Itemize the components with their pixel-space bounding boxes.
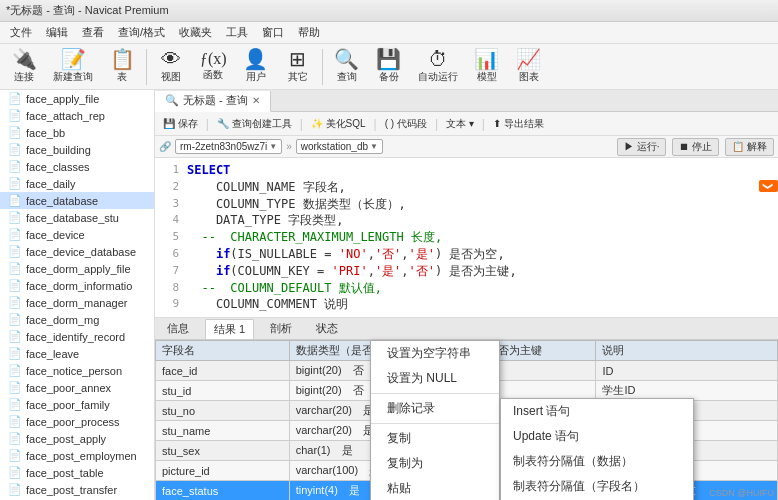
ctx-separator-2 bbox=[371, 423, 499, 424]
right-hint-tab[interactable]: ❯ bbox=[759, 180, 778, 192]
sidebar-item-poor-family[interactable]: 📄 face_poor_family bbox=[0, 396, 154, 413]
sql-editor[interactable]: 1 SELECT 2 COLUMN_NAME 字段名, 3 COLUMN_TYP… bbox=[155, 158, 778, 318]
connect-button[interactable]: 🔌 连接 bbox=[4, 46, 44, 87]
menu-query-format[interactable]: 查询/格式 bbox=[112, 23, 171, 42]
table-icon: 📋 bbox=[110, 49, 135, 69]
model-button[interactable]: 📊 模型 bbox=[467, 46, 507, 87]
view-label: 视图 bbox=[161, 70, 181, 84]
sidebar-item-poor-process[interactable]: 📄 face_poor_process bbox=[0, 413, 154, 430]
autorun-button[interactable]: ⏱ 自动运行 bbox=[411, 46, 465, 87]
results-tab-status[interactable]: 状态 bbox=[308, 319, 346, 338]
menu-items: 文件 编辑 查看 查询/格式 收藏夹 工具 窗口 帮助 bbox=[4, 23, 326, 42]
tab-close-button[interactable]: ✕ bbox=[252, 95, 260, 106]
sidebar-item-dorm-mg[interactable]: 📄 face_dorm_mg bbox=[0, 311, 154, 328]
query-icon: 🔍 bbox=[334, 49, 359, 69]
table-icon: 📄 bbox=[8, 143, 22, 156]
tab-bar: 🔍 无标题 - 查询 ✕ bbox=[155, 90, 778, 112]
sidebar-item-classes[interactable]: 📄 face_classes bbox=[0, 158, 154, 175]
explain-button[interactable]: 📋 解释 bbox=[725, 138, 774, 156]
query-label: 查询 bbox=[337, 70, 357, 84]
sidebar-item-apply-file[interactable]: 📄 face_apply_file bbox=[0, 90, 154, 107]
sidebar-item-daily[interactable]: 📄 face_daily bbox=[0, 175, 154, 192]
sidebar-item-device-database[interactable]: 📄 face_device_database bbox=[0, 243, 154, 260]
function-icon: ƒ(x) bbox=[200, 51, 227, 67]
results-tab-result1[interactable]: 结果 1 bbox=[205, 319, 254, 339]
ctx-set-empty-string[interactable]: 设置为空字符串 bbox=[371, 341, 499, 366]
sidebar-item-database[interactable]: 📄 face_database bbox=[0, 192, 154, 209]
save-button[interactable]: 💾 保存 bbox=[159, 116, 202, 132]
function-button[interactable]: ƒ(x) 函数 bbox=[193, 48, 234, 85]
stop-button[interactable]: ⏹ 停止 bbox=[672, 138, 719, 156]
submenu: Insert 语句 Update 语句 制表符分隔值（数据） 制表符分隔值（字段… bbox=[500, 398, 694, 500]
sidebar-item-bb[interactable]: 📄 face_bb bbox=[0, 124, 154, 141]
text-mode-button[interactable]: 文本 ▾ bbox=[442, 116, 478, 132]
beautify-sql-button[interactable]: ✨ 美化SQL bbox=[307, 116, 370, 132]
sidebar-item-dorm-manager[interactable]: 📄 face_dorm_manager bbox=[0, 294, 154, 311]
view-button[interactable]: 👁 视图 bbox=[151, 46, 191, 87]
menu-file[interactable]: 文件 bbox=[4, 23, 38, 42]
table-icon: 📄 bbox=[8, 279, 22, 292]
code-snippet-button[interactable]: ( ) 代码段 bbox=[381, 116, 431, 132]
export-results-button[interactable]: ⬆ 导出结果 bbox=[489, 116, 548, 132]
submenu-item-tsv-fields[interactable]: 制表符分隔值（字段名） bbox=[501, 474, 693, 499]
query-button[interactable]: 🔍 查询 bbox=[327, 46, 367, 87]
sidebar-item-post-apply[interactable]: 📄 face_post_apply bbox=[0, 430, 154, 447]
sidebar-item-device[interactable]: 📄 face_device bbox=[0, 226, 154, 243]
sidebar-item-dorm-apply[interactable]: 📄 face_dorm_apply_file bbox=[0, 260, 154, 277]
model-label: 模型 bbox=[477, 70, 497, 84]
ctx-paste[interactable]: 粘贴 bbox=[371, 476, 499, 500]
database-selector[interactable]: workstation_db ▼ bbox=[296, 139, 383, 154]
menu-tools[interactable]: 工具 bbox=[220, 23, 254, 42]
other-button[interactable]: ⊞ 其它 bbox=[278, 46, 318, 87]
run-button[interactable]: ▶ 运行· bbox=[617, 138, 667, 156]
backup-button[interactable]: 💾 备份 bbox=[369, 46, 409, 87]
sidebar-item-post-table[interactable]: 📄 face_post_table bbox=[0, 464, 154, 481]
results-tab-profile[interactable]: 剖析 bbox=[262, 319, 300, 338]
user-button[interactable]: 👤 用户 bbox=[236, 46, 276, 87]
sql-line-3: 3 COLUMN_TYPE 数据类型（长度）, bbox=[159, 196, 774, 213]
sidebar-item-identify[interactable]: 📄 face_identify_record bbox=[0, 328, 154, 345]
ctx-set-null[interactable]: 设置为 NULL bbox=[371, 366, 499, 391]
menu-view[interactable]: 查看 bbox=[76, 23, 110, 42]
table-icon: 📄 bbox=[8, 313, 22, 326]
results-tab-info[interactable]: 信息 bbox=[159, 319, 197, 338]
other-label: 其它 bbox=[288, 70, 308, 84]
submenu-item-tsv-data[interactable]: 制表符分隔值（数据） bbox=[501, 449, 693, 474]
sidebar-item-database-stu[interactable]: 📄 face_database_stu bbox=[0, 209, 154, 226]
sidebar-item-post-transfer[interactable]: 📄 face_post_transfer bbox=[0, 481, 154, 498]
sidebar-item-notice[interactable]: 📄 face_notice_person bbox=[0, 362, 154, 379]
submenu-item-update[interactable]: Update 语句 bbox=[501, 424, 693, 449]
ctx-copy[interactable]: 复制 bbox=[371, 426, 499, 451]
sidebar-item-attach-rep[interactable]: 📄 face_attach_rep bbox=[0, 107, 154, 124]
new-query-button[interactable]: 📝 新建查询 bbox=[46, 46, 100, 87]
sidebar-item-poor-annex[interactable]: 📄 face_poor_annex bbox=[0, 379, 154, 396]
sql-line-5: 5 -- CHARACTER_MAXIMUM_LENGTH 长度, bbox=[159, 229, 774, 246]
query-builder-button[interactable]: 🔧 查询创建工具 bbox=[213, 116, 296, 132]
sql-line-2: 2 COLUMN_NAME 字段名, bbox=[159, 179, 774, 196]
connection-selector[interactable]: rm-2zetn83n05wz7i ▼ bbox=[175, 139, 282, 154]
connection-name: rm-2zetn83n05wz7i bbox=[180, 141, 267, 152]
chart-button[interactable]: 📈 图表 bbox=[509, 46, 549, 87]
main-toolbar: 🔌 连接 📝 新建查询 📋 表 👁 视图 ƒ(x) 函数 👤 用户 ⊞ 其它 🔍… bbox=[0, 44, 778, 90]
ctx-copy-as[interactable]: 复制为 bbox=[371, 451, 499, 476]
menu-edit[interactable]: 编辑 bbox=[40, 23, 74, 42]
chart-icon: 📈 bbox=[516, 49, 541, 69]
sidebar-item-leave[interactable]: 📄 face_leave bbox=[0, 345, 154, 362]
query-tab[interactable]: 🔍 无标题 - 查询 ✕ bbox=[155, 91, 271, 112]
table-icon: 📄 bbox=[8, 126, 22, 139]
ctx-delete-record[interactable]: 删除记录 bbox=[371, 396, 499, 421]
menu-favorites[interactable]: 收藏夹 bbox=[173, 23, 218, 42]
sql-line-7: 7 if(COLUMN_KEY = 'PRI','是','否') 是否为主键, bbox=[159, 263, 774, 280]
table-icon: 📄 bbox=[8, 262, 22, 275]
chart-label: 图表 bbox=[519, 70, 539, 84]
submenu-item-insert[interactable]: Insert 语句 bbox=[501, 399, 693, 424]
table-label: 表 bbox=[117, 70, 127, 84]
table-icon: 📄 bbox=[8, 194, 22, 207]
table-button[interactable]: 📋 表 bbox=[102, 46, 142, 87]
sidebar-item-building[interactable]: 📄 face_building bbox=[0, 141, 154, 158]
menu-window[interactable]: 窗口 bbox=[256, 23, 290, 42]
table-icon: 📄 bbox=[8, 160, 22, 173]
menu-help[interactable]: 帮助 bbox=[292, 23, 326, 42]
sidebar-item-post-employment[interactable]: 📄 face_post_employmen bbox=[0, 447, 154, 464]
sidebar-item-dorm-info[interactable]: 📄 face_dorm_informatio bbox=[0, 277, 154, 294]
